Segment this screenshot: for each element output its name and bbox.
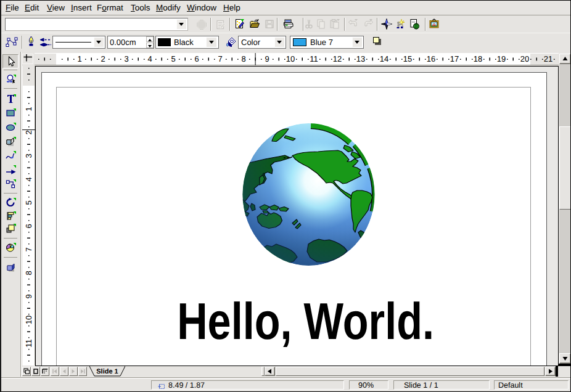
svg-text:7: 7 bbox=[218, 54, 222, 63]
svg-text:9: 9 bbox=[24, 294, 33, 298]
svg-text:5: 5 bbox=[24, 200, 33, 205]
svg-text:15: 15 bbox=[403, 54, 412, 63]
svg-text:21: 21 bbox=[544, 54, 553, 63]
svg-text:13: 13 bbox=[356, 54, 365, 63]
svg-text:5: 5 bbox=[171, 54, 175, 63]
svg-text:10: 10 bbox=[286, 54, 295, 63]
svg-text:6: 6 bbox=[24, 224, 33, 228]
svg-text:2: 2 bbox=[24, 130, 33, 134]
svg-text:14: 14 bbox=[380, 54, 388, 63]
svg-text:3: 3 bbox=[124, 54, 128, 63]
svg-text:1: 1 bbox=[77, 54, 81, 63]
svg-text:Slide 1: Slide 1 bbox=[96, 368, 118, 375]
svg-text:16: 16 bbox=[427, 54, 435, 63]
svg-text:18: 18 bbox=[474, 54, 482, 63]
svg-text:8: 8 bbox=[241, 54, 245, 63]
svg-text:19: 19 bbox=[497, 54, 506, 63]
svg-text:3: 3 bbox=[24, 153, 33, 158]
svg-text:Hello, World.: Hello, World. bbox=[177, 292, 434, 350]
svg-text:9: 9 bbox=[265, 54, 269, 63]
svg-text:20: 20 bbox=[520, 54, 529, 63]
svg-text:11: 11 bbox=[24, 339, 33, 348]
svg-text:6: 6 bbox=[194, 54, 199, 63]
svg-text:8: 8 bbox=[24, 271, 33, 275]
svg-text:17: 17 bbox=[450, 54, 459, 63]
svg-text:11: 11 bbox=[310, 54, 318, 63]
svg-text:7: 7 bbox=[24, 247, 33, 251]
svg-text:1: 1 bbox=[24, 107, 33, 111]
svg-text:10: 10 bbox=[24, 316, 33, 324]
svg-text:2: 2 bbox=[101, 54, 105, 63]
svg-text:4: 4 bbox=[147, 54, 152, 63]
svg-text:12: 12 bbox=[333, 54, 342, 63]
svg-text:4: 4 bbox=[24, 177, 33, 181]
